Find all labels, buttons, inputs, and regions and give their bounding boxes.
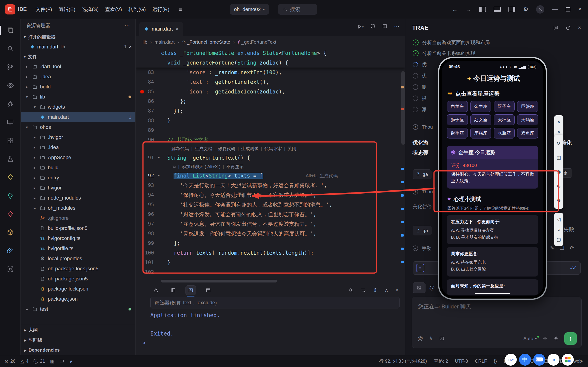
close-panel-icon[interactable]: × [578,25,581,31]
quiz-option-a[interactable]: A. A. 寻找逻辑解决方案 [451,227,534,234]
line-gutter[interactable]: 100 [136,248,161,258]
tree-item-build[interactable]: ▸build [21,82,135,92]
line-gutter[interactable]: 101 [136,258,161,267]
status-item[interactable]: CRLF [475,359,487,364]
hamburger-menu-icon[interactable]: ≡ [179,6,182,13]
quiz-option-b[interactable]: B. B. 出去社交冒险 [451,266,534,273]
line-gutter[interactable]: 87 [136,106,161,116]
line-gutter[interactable]: 96 [136,209,161,219]
panel-tab-problems[interactable] [151,286,161,295]
nav-back-icon[interactable]: ← [452,6,458,13]
zodiac-button[interactable]: 处女座 [470,114,491,125]
editor-more-icon[interactable]: ⋯ [394,23,400,29]
tree-item-node_modules[interactable]: ▸node_modules [21,193,135,203]
activity-plugin-teal-icon[interactable] [0,186,21,205]
tree-item-oh-package-lock.json5[interactable]: oh-package-lock.json5 [21,264,135,274]
menu-文件(F)[interactable]: 文件(F) [32,4,55,15]
ai-action-生成测试[interactable]: 生成测试 [241,145,259,153]
breadcrumb-item-_FortuneHomeState[interactable]: ◇ _FortuneHomeState [182,39,230,45]
ime-logo-button[interactable]: ◑ [547,354,560,366]
panel-search-icon[interactable] [348,288,354,293]
regenerate-icon[interactable]: ⟳ [570,245,574,251]
settings-gear-icon[interactable]: ⚙ [523,6,528,13]
line-gutter[interactable]: 92▾ [136,171,161,181]
close-icon[interactable]: × [129,44,132,50]
ai-action-关闭[interactable]: 关闭 [288,145,296,153]
window-maximize-button[interactable] [566,7,570,11]
edit-icon[interactable]: ✎ [550,245,554,251]
horizontal-scrollbar[interactable] [161,280,277,283]
tree-item-entry[interactable]: ▸entry [21,173,135,183]
emulator-rotate-icon[interactable]: ⟳ [554,136,563,150]
activity-extensions-icon[interactable] [0,131,21,150]
tree-item-oh_modules[interactable]: ▸oh_modules [21,203,135,213]
zodiac-button[interactable]: 天秤座 [494,114,515,125]
tree-item-widgets[interactable]: ▾widgets [21,102,135,112]
line-gutter[interactable]: 91▾ [136,153,161,163]
image-attachment-chip[interactable]: @ [413,283,435,293]
tree-item-lib[interactable]: ▾lib [21,92,135,102]
line-gutter[interactable] [136,48,161,58]
menu-选择(S)[interactable]: 选择(S) [79,4,102,15]
hash-icon[interactable]: # [429,335,432,342]
project-selector[interactable]: oh_demo02 ▾ [230,4,269,15]
tree-item-package.json[interactable]: {}package.json [21,294,135,304]
new-chat-icon[interactable] [553,25,559,31]
breadcrumb-item-main.dart[interactable]: main.dart [154,39,175,45]
zodiac-button[interactable]: 金牛座 [470,101,491,112]
toggle-bottom-panel-icon[interactable] [494,7,501,12]
menu-编辑(E)[interactable]: 编辑(E) [55,4,78,15]
line-gutter[interactable] [136,58,161,67]
activity-plugin-gold-icon[interactable] [0,168,21,186]
activity-files-icon[interactable] [0,21,21,40]
fold-chevron-icon[interactable]: ▾ [158,171,160,181]
emulator-back-icon[interactable]: ◁ [554,214,563,224]
open-editors-header[interactable]: ▾ 打开的编辑器 [21,32,135,42]
emulator-recents-icon[interactable]: ▢ [554,234,563,245]
tab-main-dart[interactable]: main.dart × [139,22,183,36]
line-gutter[interactable]: 94 [136,190,161,200]
clear-filter-icon[interactable] [360,288,366,293]
ime-keyboard-button[interactable]: ⌨ [533,354,545,366]
files-section-header[interactable]: ▾ 文件 [21,52,135,62]
menu-转到(G)[interactable]: 转到(G) [125,4,149,15]
quiz-question-card[interactable]: 面对未知，你的第一反应是: [447,279,538,295]
grid-status-icon[interactable]: ▦ [50,359,54,364]
section-Dependencies[interactable]: ▸Dependencies [21,345,135,355]
status-item[interactable]: 行 92, 列 33 (已选择28) [379,358,427,364]
message-actions[interactable]: ✎❏⟳ [550,245,574,251]
tree-item-.idea[interactable]: ▸.idea [21,142,135,152]
mic-icon[interactable] [553,336,559,341]
emulator-zoom-in-icon[interactable]: ⊕ [554,179,563,193]
run-button-icon[interactable]: ▾ [357,23,364,29]
line-gutter[interactable]: 102 [136,267,161,277]
tree-item-package-lock.json[interactable]: {}package-lock.json [21,284,135,294]
menu-运行(R)[interactable]: 运行(R) [149,4,173,15]
code-editor[interactable]: class _FortuneHomeState extends State<Fo… [136,48,405,284]
attach-image-icon[interactable] [439,336,444,341]
console-prompt[interactable]: > [136,340,405,346]
zodiac-button[interactable]: 射手座 [447,128,468,139]
emulator-home-icon[interactable]: ○ [554,224,563,234]
status-item[interactable]: UTF-8 [455,359,468,364]
toggle-left-panel-icon[interactable] [479,7,486,12]
tree-item-.gitignore[interactable]: .gitignore [21,213,135,223]
zodiac-button[interactable]: 白羊座 [447,101,468,112]
zodiac-button[interactable]: 双鱼座 [517,128,538,139]
fold-chevron-icon[interactable]: ▾ [158,153,160,163]
zodiac-button[interactable]: 双子座 [494,101,515,112]
activity-source-control-icon[interactable] [0,58,21,76]
panel-collapse-icon[interactable]: ∧ [384,287,388,293]
activity-search-icon[interactable] [0,40,21,58]
emulator-record-icon[interactable]: ◉ [554,165,563,179]
shield-icon[interactable] [370,24,375,29]
line-gutter[interactable]: 90 [136,135,161,145]
toggle-right-panel-icon[interactable] [509,7,515,12]
activity-clip-icon[interactable] [0,242,21,260]
ai-hint-不再显示[interactable]: 不再显示 [226,163,244,171]
line-gutter[interactable]: 83 [136,67,161,77]
emulator-orientation-icon[interactable]: ◫ [554,150,563,165]
section-大纲[interactable]: ▸大纲 [21,325,135,335]
activity-package-box-icon[interactable] [0,223,21,242]
tree-item-oh-package.json5[interactable]: oh-package.json5 [21,274,135,284]
